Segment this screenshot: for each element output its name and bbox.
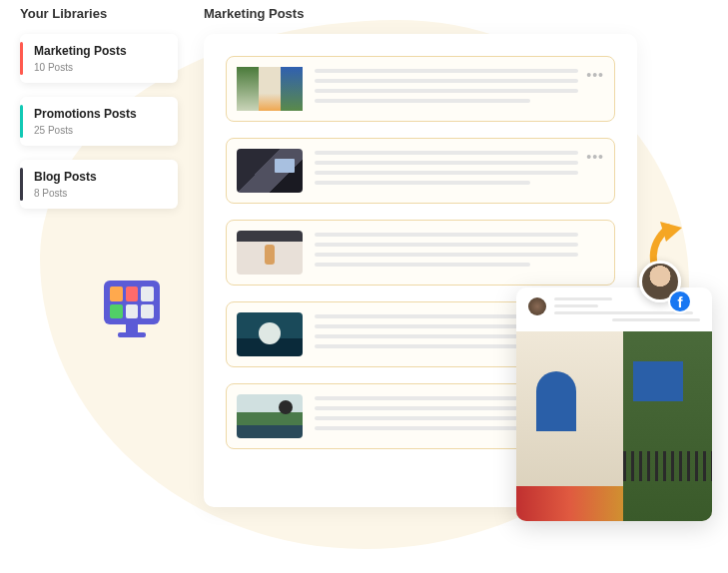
post-preview-text xyxy=(315,231,578,275)
more-options-icon[interactable]: ••• xyxy=(586,149,604,165)
post-thumbnail xyxy=(237,394,303,438)
page-title: Marketing Posts xyxy=(204,6,304,21)
monitor-illustration xyxy=(104,281,160,337)
post-thumbnail xyxy=(237,67,303,111)
monitor-screen-icon xyxy=(104,281,160,324)
library-card-marketing[interactable]: Marketing Posts 10 Posts xyxy=(20,34,178,83)
post-preview-text xyxy=(315,149,578,193)
library-card-promotions[interactable]: Promotions Posts 25 Posts xyxy=(20,97,178,146)
post-preview-text xyxy=(315,67,578,111)
post-thumbnail xyxy=(237,231,303,275)
post-card[interactable]: ••• xyxy=(226,220,615,286)
library-count: 8 Posts xyxy=(34,188,166,199)
library-count: 25 Posts xyxy=(34,125,166,136)
post-card[interactable]: ••• xyxy=(226,138,615,204)
library-card-blog[interactable]: Blog Posts 8 Posts xyxy=(20,160,178,209)
library-name: Promotions Posts xyxy=(34,107,166,121)
library-count: 10 Posts xyxy=(34,62,166,73)
social-post-popup[interactable] xyxy=(516,287,712,521)
library-name: Marketing Posts xyxy=(34,44,166,58)
arrow-icon xyxy=(646,220,688,268)
facebook-badge-icon: f xyxy=(668,289,692,313)
library-name: Blog Posts xyxy=(34,170,166,184)
post-thumbnail xyxy=(237,312,303,356)
popup-post-image xyxy=(516,331,712,521)
post-card[interactable]: ••• xyxy=(226,56,615,122)
post-thumbnail xyxy=(237,149,303,193)
popup-author-avatar xyxy=(528,297,546,315)
sidebar-title: Your Libraries xyxy=(20,6,107,21)
more-options-icon[interactable]: ••• xyxy=(586,67,604,83)
svg-marker-0 xyxy=(660,222,682,242)
library-sidebar: Marketing Posts 10 Posts Promotions Post… xyxy=(20,34,178,209)
